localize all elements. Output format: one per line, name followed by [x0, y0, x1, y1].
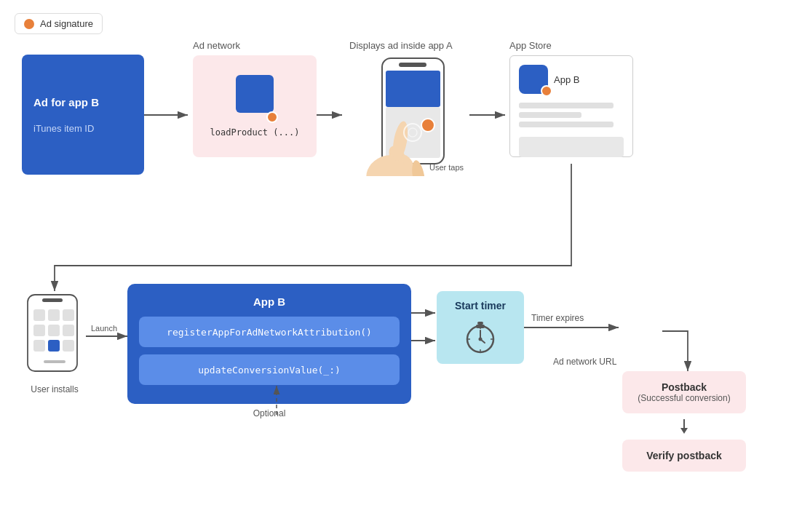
svg-rect-17: [63, 309, 74, 321]
appstore-line-1: [519, 103, 614, 108]
svg-rect-28: [477, 322, 483, 325]
app-b-section: App B registerAppForAdNetworkAttribution…: [127, 284, 411, 418]
update-fn-box: updateConversionValue(_:): [139, 354, 400, 385]
register-fn-text: registerAppForAdNetworkAttribution(): [167, 327, 372, 338]
user-installs-label: User installs: [22, 384, 87, 394]
appstore-orange-dot: [541, 85, 552, 97]
ad-network-box: loadProduct (...): [193, 55, 317, 157]
app-b-box: App B registerAppForAdNetworkAttribution…: [127, 284, 411, 404]
svg-text:Launch: Launch: [91, 324, 117, 333]
ad-box: Ad for app B iTunes item ID: [22, 55, 144, 175]
install-phone-svg: [22, 291, 87, 378]
install-phone-section: User installs: [22, 291, 87, 394]
svg-point-31: [479, 338, 483, 341]
svg-rect-23: [63, 340, 74, 352]
appstore-app-name: App B: [554, 74, 579, 85]
postback-subtitle: (Successful conversion): [631, 393, 737, 403]
update-fn-text: updateConversionValue(_:): [198, 365, 341, 376]
svg-rect-18: [33, 325, 45, 336]
postback-box: Postback (Successful conversion): [622, 371, 746, 413]
postback-title: Postback: [631, 381, 737, 393]
ad-network-section: Ad network loadProduct (...): [193, 40, 317, 157]
svg-rect-14: [42, 298, 63, 302]
phone-svg: User taps: [342, 52, 469, 176]
appstore-section: App Store App B: [509, 40, 633, 157]
legend-dot: [24, 19, 34, 29]
ad-network-url-label: Ad network URL: [553, 357, 616, 367]
svg-text:User taps: User taps: [429, 163, 464, 172]
svg-rect-24: [44, 360, 66, 363]
svg-point-4: [421, 119, 434, 132]
optional-label: Optional: [127, 408, 411, 418]
app-b-title: App B: [139, 295, 400, 308]
ad-box-title: Ad for app B: [33, 95, 99, 110]
legend-label: Ad signature: [40, 18, 93, 29]
verify-postback-box: Verify postback: [622, 440, 746, 472]
svg-rect-21: [33, 340, 45, 352]
register-fn-box: registerAppForAdNetworkAttribution(): [139, 317, 400, 347]
appstore-box: App B: [509, 55, 633, 157]
appstore-lines: [519, 103, 624, 157]
ad-network-label: Ad network: [193, 40, 317, 51]
start-timer-box: Start timer: [437, 291, 524, 364]
phone-section: User taps: [342, 52, 469, 179]
postback-down-arrow: [677, 419, 691, 434]
svg-rect-20: [63, 325, 74, 336]
ad-network-orange-dot: [266, 111, 278, 123]
timer-expires-label: Timer expires: [531, 313, 584, 323]
svg-rect-22: [48, 340, 60, 352]
appstore-label: App Store: [509, 40, 633, 51]
svg-rect-16: [48, 309, 60, 321]
appstore-line-3: [519, 122, 614, 127]
ad-network-blue-square: [236, 75, 274, 113]
svg-rect-2: [386, 71, 440, 107]
start-timer-label: Start timer: [455, 300, 506, 311]
start-timer-section: Start timer: [437, 291, 524, 364]
ad-box-subtitle: iTunes item ID: [33, 123, 94, 134]
appstore-line-2: [519, 112, 581, 118]
appstore-block: [519, 137, 624, 157]
verify-postback-title: Verify postback: [631, 450, 737, 461]
svg-rect-1: [399, 63, 426, 67]
displays-ad-text: Displays ad inside app A: [349, 40, 453, 51]
load-product-text: loadProduct (...): [210, 127, 300, 138]
svg-marker-37: [680, 428, 688, 434]
legend: Ad signature: [15, 13, 103, 34]
postback-section: Postback (Successful conversion) Verify …: [622, 371, 746, 472]
diagram-container: Ad signature Ad for app B iTunes item ID…: [0, 0, 786, 532]
timer-icon: [461, 317, 499, 355]
svg-rect-15: [33, 309, 45, 321]
svg-rect-19: [48, 325, 60, 336]
